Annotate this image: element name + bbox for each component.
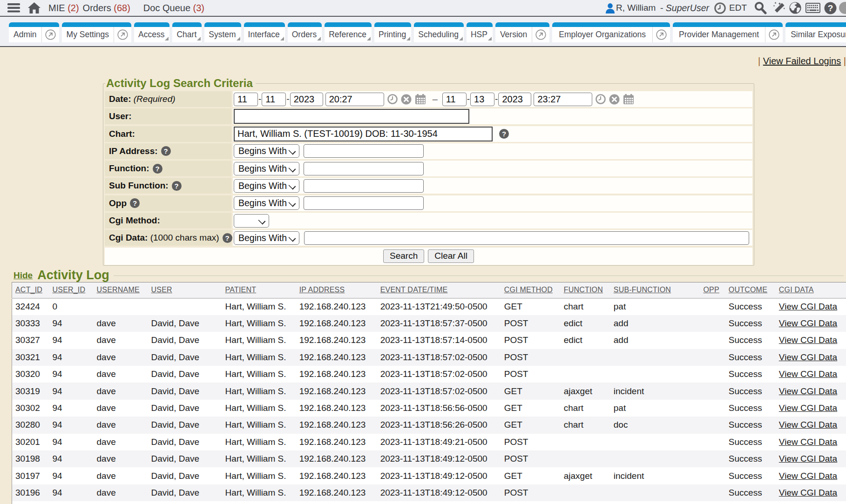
svg-text:?: ?: [828, 3, 833, 13]
